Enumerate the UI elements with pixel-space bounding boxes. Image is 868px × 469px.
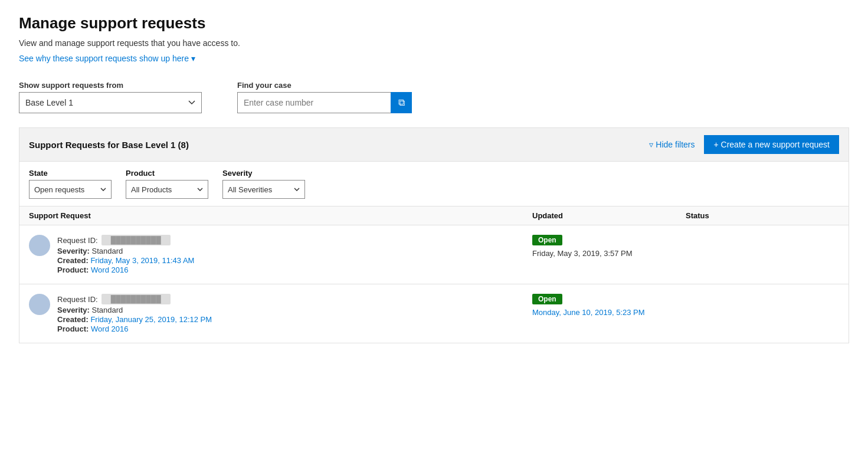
- request-id-value-2: ██████████: [101, 294, 171, 304]
- table-col-headers: Support Request Updated Status: [19, 206, 849, 225]
- find-case-input[interactable]: [237, 92, 391, 113]
- find-case-label: Find your case: [237, 81, 412, 90]
- severity-row-2: Severity: Standard: [57, 306, 212, 314]
- updated-date-1: Friday, May 3, 2019, 3:57 PM: [532, 249, 686, 258]
- find-case-group: Find your case ⧉: [237, 81, 412, 113]
- product-filter-group: Product All Products Word 2016 Excel 201…: [126, 169, 208, 199]
- severity-filter-group: Severity All Severities Minimal Moderate…: [222, 169, 305, 199]
- request-details-2: Request ID: ██████████ Severity: Standar…: [57, 294, 212, 333]
- request-id-label-1: Request ID:: [57, 236, 98, 245]
- created-row-1: Created: Friday, May 3, 2019, 11:43 AM: [57, 256, 194, 265]
- request-id-row-1: Request ID: ██████████: [57, 235, 194, 245]
- severity-filter-label: Severity: [222, 169, 305, 178]
- hide-filters-label: Hide filters: [656, 140, 695, 149]
- see-why-link[interactable]: See why these support requests show up h…: [19, 54, 195, 63]
- col-header-updated: Updated: [532, 211, 686, 220]
- request-meta-1: Severity: Standard Created: Friday, May …: [57, 247, 194, 274]
- filter-icon: ▿: [649, 140, 653, 149]
- top-filters-row: Show support requests from Base Level 1 …: [19, 81, 849, 113]
- created-row-2: Created: Friday, January 25, 2019, 12:12…: [57, 315, 212, 324]
- page-title: Manage support requests: [19, 14, 849, 32]
- table-row[interactable]: Request ID: ██████████ Severity: Standar…: [19, 225, 849, 284]
- request-id-row-2: Request ID: ██████████: [57, 294, 212, 304]
- state-filter-group: State Open requests Closed requests All …: [29, 169, 112, 199]
- request-left-1: Request ID: ██████████ Severity: Standar…: [29, 235, 532, 274]
- table-header-bar: Support Requests for Base Level 1 (8) ▿ …: [19, 127, 849, 162]
- product-filter-label: Product: [126, 169, 208, 178]
- find-case-button[interactable]: ⧉: [391, 92, 412, 113]
- state-filter-label: State: [29, 169, 112, 178]
- show-from-label: Show support requests from: [19, 81, 202, 90]
- updated-col-1: Open Friday, May 3, 2019, 3:57 PM: [532, 235, 686, 258]
- col-header-status: Status: [686, 211, 839, 220]
- avatar: [29, 235, 50, 256]
- updated-col-2: Open Monday, June 10, 2019, 5:23 PM: [532, 294, 686, 317]
- show-from-select[interactable]: Base Level 1 Base Level 2 All: [19, 92, 202, 113]
- see-why-label: See why these support requests show up h…: [19, 54, 189, 63]
- product-row-2: Product: Word 2016: [57, 324, 212, 333]
- page-subtitle: View and manage support requests that yo…: [19, 38, 849, 48]
- col-header-request: Support Request: [29, 211, 532, 220]
- avatar: [29, 294, 50, 315]
- request-id-value-1: ██████████: [101, 235, 171, 245]
- see-why-chevron: ▾: [191, 54, 195, 63]
- inline-filters: State Open requests Closed requests All …: [19, 162, 849, 206]
- show-from-group: Show support requests from Base Level 1 …: [19, 81, 202, 113]
- table-title: Support Requests for Base Level 1 (8): [29, 140, 189, 150]
- request-meta-2: Severity: Standard Created: Friday, Janu…: [57, 306, 212, 333]
- hide-filters-button[interactable]: ▿ Hide filters: [649, 140, 695, 149]
- status-badge-2: Open: [532, 294, 562, 304]
- find-case-input-row: ⧉: [237, 92, 412, 113]
- severity-row-1: Severity: Standard: [57, 247, 194, 255]
- create-support-request-button[interactable]: + Create a new support request: [704, 135, 839, 154]
- table-row[interactable]: Request ID: ██████████ Severity: Standar…: [19, 284, 849, 343]
- state-filter-select[interactable]: Open requests Closed requests All reques…: [29, 180, 112, 199]
- request-left-2: Request ID: ██████████ Severity: Standar…: [29, 294, 532, 333]
- product-row-1: Product: Word 2016: [57, 265, 194, 274]
- table-header-right: ▿ Hide filters + Create a new support re…: [649, 135, 839, 154]
- severity-filter-select[interactable]: All Severities Minimal Moderate Importan…: [222, 180, 305, 199]
- status-badge-1: Open: [532, 235, 562, 245]
- request-details-1: Request ID: ██████████ Severity: Standar…: [57, 235, 194, 274]
- find-case-icon: ⧉: [398, 97, 405, 108]
- request-id-label-2: Request ID:: [57, 295, 98, 304]
- product-filter-select[interactable]: All Products Word 2016 Excel 2016: [126, 180, 208, 199]
- updated-date-2: Monday, June 10, 2019, 5:23 PM: [532, 308, 686, 317]
